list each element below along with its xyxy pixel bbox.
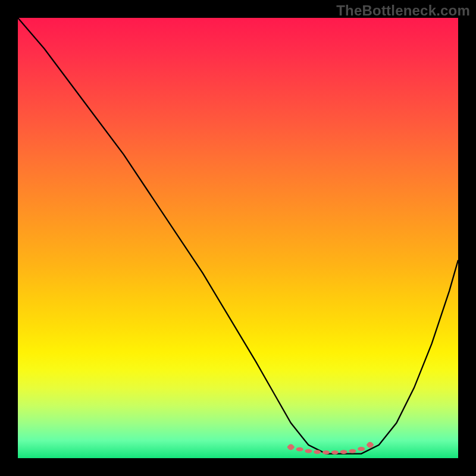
flat-marker [340, 450, 347, 454]
chart-frame: TheBottleneck.com [0, 0, 476, 476]
flat-marker [349, 449, 356, 453]
flat-marker [296, 447, 303, 452]
flat-marker-end [367, 442, 373, 448]
flat-marker [331, 450, 339, 455]
flat-marker [314, 450, 321, 454]
flat-marker [358, 447, 365, 451]
bottleneck-curve-path [18, 18, 458, 454]
watermark-text: TheBottleneck.com [336, 2, 470, 19]
flat-region-markers [287, 442, 374, 455]
flat-marker [305, 449, 312, 453]
flat-marker [322, 450, 330, 455]
flat-marker-end [288, 444, 294, 450]
bottleneck-curve-svg [18, 18, 458, 458]
